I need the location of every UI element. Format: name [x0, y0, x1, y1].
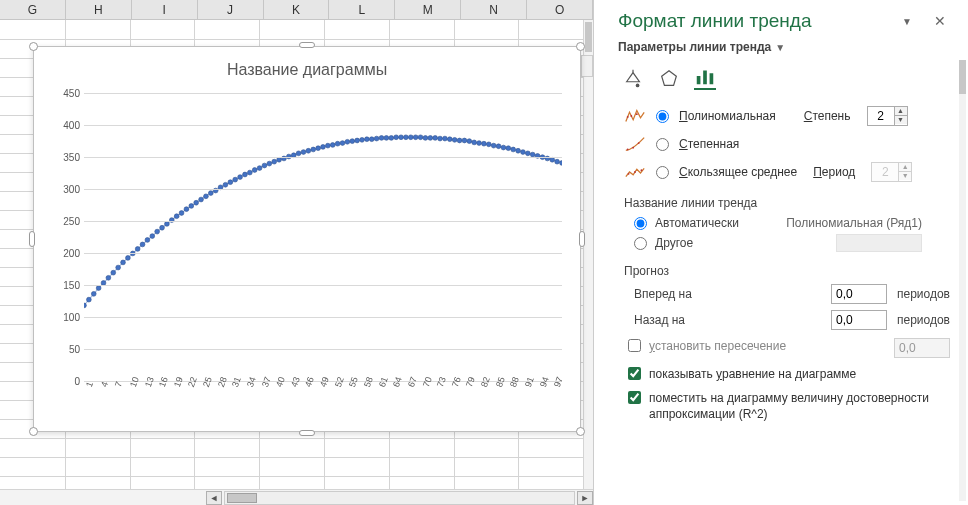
column-headers: GHIJKLMNO	[0, 0, 593, 20]
resize-handle[interactable]	[29, 42, 38, 51]
show-r2-checkbox[interactable]	[628, 391, 641, 404]
column-header[interactable]: J	[198, 0, 264, 19]
pane-subtitle[interactable]: Параметры линии тренда ▼	[618, 40, 950, 54]
svg-point-13	[145, 238, 150, 243]
degree-spinner[interactable]: ▲▼	[867, 106, 908, 126]
name-other-radio[interactable]	[634, 237, 647, 250]
trendline-options-tab-icon[interactable]	[694, 68, 716, 90]
spin-up[interactable]: ▲	[895, 107, 907, 116]
svg-point-39	[272, 159, 277, 164]
trendline-name-heading: Название линии тренда	[624, 196, 950, 210]
forecast-heading: Прогноз	[624, 264, 950, 278]
resize-handle[interactable]	[576, 427, 585, 436]
svg-point-63	[389, 136, 394, 141]
moving-avg-radio[interactable]	[656, 166, 669, 179]
svg-point-22	[189, 204, 194, 209]
resize-handle[interactable]	[579, 231, 585, 247]
svg-point-55	[350, 139, 355, 144]
svg-point-17	[165, 222, 170, 227]
name-auto-radio[interactable]	[634, 217, 647, 230]
period-label: Период	[813, 165, 855, 179]
polynomial-label: Полиномиальная	[679, 109, 776, 123]
svg-point-3	[96, 286, 101, 291]
svg-point-62	[384, 136, 389, 141]
pane-dropdown-icon[interactable]: ▼	[902, 16, 912, 27]
backward-input[interactable]	[831, 310, 887, 330]
svg-point-53	[340, 141, 345, 146]
svg-point-106	[636, 113, 638, 115]
column-header[interactable]: I	[132, 0, 198, 19]
svg-point-87	[506, 146, 511, 151]
svg-point-81	[477, 141, 482, 146]
column-header[interactable]: G	[0, 0, 66, 19]
vertical-scrollbar[interactable]	[583, 20, 593, 489]
svg-point-57	[360, 137, 365, 142]
svg-point-90	[521, 150, 526, 155]
y-axis: 050100150200250300350400450	[52, 93, 82, 381]
scroll-right-button[interactable]: ►	[577, 491, 593, 505]
svg-point-82	[482, 141, 487, 146]
other-name-input[interactable]	[836, 234, 922, 252]
name-other-label: Другое	[655, 236, 693, 250]
column-header[interactable]: O	[527, 0, 593, 19]
scroll-track[interactable]	[224, 491, 575, 505]
svg-point-85	[496, 144, 501, 149]
show-equation-checkbox[interactable]	[628, 367, 641, 380]
svg-point-77	[457, 138, 462, 143]
scroll-thumb[interactable]	[227, 493, 257, 503]
effects-tab-icon[interactable]	[658, 68, 680, 90]
horizontal-scrollbar[interactable]: ◄ ►	[0, 489, 593, 505]
svg-point-72	[433, 136, 438, 141]
svg-point-21	[184, 207, 189, 212]
svg-point-15	[155, 229, 160, 234]
chart-svg	[84, 93, 562, 382]
fill-line-tab-icon[interactable]	[622, 68, 644, 90]
svg-point-46	[306, 148, 311, 153]
column-header[interactable]: M	[395, 0, 461, 19]
svg-point-75	[447, 137, 452, 142]
column-header[interactable]: H	[66, 0, 132, 19]
svg-point-24	[199, 197, 204, 202]
svg-point-79	[467, 139, 472, 144]
resize-handle[interactable]	[29, 427, 38, 436]
resize-handle[interactable]	[299, 42, 315, 48]
resize-handle[interactable]	[299, 430, 315, 436]
resize-handle[interactable]	[29, 231, 35, 247]
plot-area[interactable]	[84, 93, 562, 381]
close-icon[interactable]: ✕	[930, 13, 950, 29]
scroll-thumb[interactable]	[585, 22, 592, 52]
svg-point-111	[634, 171, 636, 173]
svg-point-16	[160, 225, 165, 230]
scroll-thumb[interactable]	[959, 60, 966, 94]
format-trendline-pane: Формат линии тренда ▼ ✕ Параметры линии …	[594, 0, 968, 505]
svg-point-47	[311, 147, 316, 152]
power-radio[interactable]	[656, 138, 669, 151]
svg-point-68	[413, 135, 418, 140]
polynomial-icon	[624, 106, 646, 126]
intercept-checkbox[interactable]	[628, 339, 641, 352]
polynomial-radio[interactable]	[656, 110, 669, 123]
column-header[interactable]: N	[461, 0, 527, 19]
resize-handle[interactable]	[576, 42, 585, 51]
svg-point-40	[277, 157, 282, 162]
svg-point-29	[223, 182, 228, 187]
column-header[interactable]: K	[264, 0, 330, 19]
pane-scrollbar[interactable]	[959, 60, 966, 501]
intercept-value	[894, 338, 950, 358]
moving-avg-label: Скользящее среднее	[679, 165, 797, 179]
svg-point-8	[121, 260, 126, 265]
svg-point-84	[491, 143, 496, 148]
column-header[interactable]: L	[329, 0, 395, 19]
degree-input[interactable]	[868, 107, 894, 125]
svg-rect-101	[697, 76, 701, 84]
chart-object[interactable]: Название диаграммы 050100150200250300350…	[33, 46, 581, 432]
chart-title[interactable]: Название диаграммы	[34, 61, 580, 79]
scroll-left-button[interactable]: ◄	[206, 491, 222, 505]
spin-down[interactable]: ▼	[895, 116, 907, 125]
chevron-down-icon: ▼	[775, 42, 785, 53]
svg-marker-100	[662, 71, 677, 86]
svg-point-78	[462, 138, 467, 143]
forward-input[interactable]	[831, 284, 887, 304]
spin-up: ▲	[899, 163, 911, 172]
svg-rect-102	[703, 71, 707, 85]
